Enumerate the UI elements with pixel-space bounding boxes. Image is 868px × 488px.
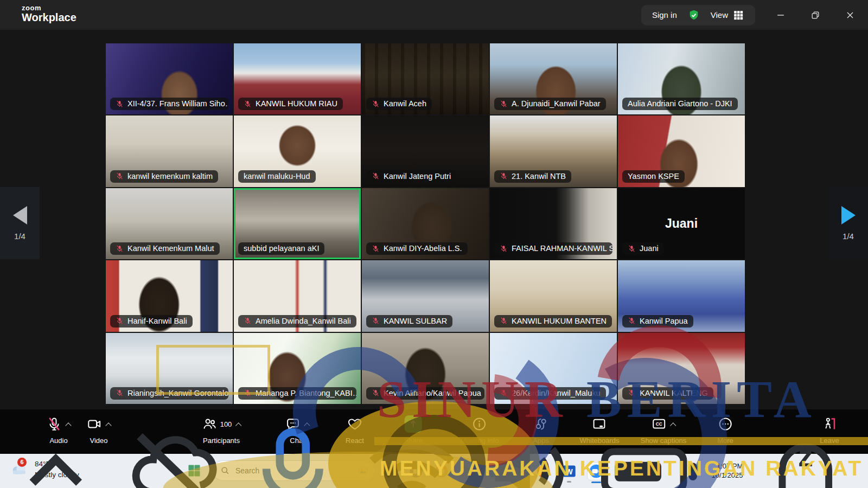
participant-tile[interactable]: KANWIL SULBAR [362,260,489,331]
participant-name: kanwil maluku-Hud [244,172,310,181]
participant-name: subbid pelayanan aKI [244,244,319,253]
mic-muted-icon [500,389,508,397]
participant-tile[interactable]: KANWIL HUKUM RIAU [234,43,361,114]
onedrive-paused-icon [119,415,231,488]
participant-tile[interactable]: kanwil kemenkum kaltim [106,115,233,187]
participant-tile[interactable]: Kanwil Kemenkum Malut [106,188,233,259]
participant-tile[interactable]: KANWIL HUKUM BANTEN [490,260,617,331]
battery-icon [593,415,705,488]
participant-tile[interactable]: Mananga P. Biantong_KABI… [234,333,361,404]
participant-tile[interactable]: FAISAL RAHMAN-KANWIL S… [490,188,617,259]
participant-name-label: A. Djunaidi_Kanwil Pabar [494,98,606,110]
volume-tray-button[interactable] [474,415,586,488]
page-indicator-left: 1/4 [14,232,25,241]
previous-page-arrow-icon [13,206,27,224]
mic-tray-tray-button[interactable] [237,415,349,488]
participant-name: kanwil kemenkum kaltim [127,172,213,181]
mic-muted-icon [244,317,252,325]
participant-name: Kanwil Kemenkum Malut [127,244,214,253]
sign-in-button[interactable]: Sign in [652,10,677,20]
close-icon [845,10,856,21]
participant-tile[interactable]: Yasmon KSPE [618,115,745,187]
participant-name: Rianingsih_Kanwil Gorontalo [127,389,228,397]
mic-muted-icon [116,245,124,253]
participant-tile[interactable]: Hanif-Kanwil Bali [106,260,233,331]
mic-muted-icon [628,389,636,397]
mic-muted-icon [500,317,508,325]
next-page-button[interactable]: 1/4 [828,187,868,259]
wifi-icon [356,415,468,488]
titlebar: zoom Workplace Sign in View [0,0,868,30]
close-button[interactable] [842,7,858,23]
participant-name: Hanif-Kanwil Bali [127,317,187,325]
participant-name: KANWIL HUKUM BANTEN [512,317,607,325]
participant-name-label: kanwil maluku-Hud [238,170,316,183]
minimize-icon [775,10,786,21]
mic-muted-icon [500,172,508,180]
participant-name-label: Kanwil Papua [622,315,693,328]
mic-muted-icon [372,389,380,397]
participant-name-label: Mananga P. Biantong_KABI… [238,387,356,400]
participant-name-label: Kanwil Jateng Putri [366,170,456,183]
view-label: View [711,10,728,20]
participant-tile[interactable]: JuaniJuani [618,188,745,259]
participant-name-label: 26/Kardin/Kanwil_Maluku [494,387,606,400]
shield-check-icon[interactable] [688,9,700,21]
participant-tile[interactable]: subbid pelayanan aKI [234,188,361,259]
mic-muted-icon [116,317,124,325]
participant-tile[interactable]: Kevin Alifiano/Kanwil Papua [362,333,489,404]
participant-tile[interactable]: Kanwil DIY-Abelia L.S. [362,188,489,259]
participant-name-label: Hanif-Kanwil Bali [110,315,193,328]
mic-muted-icon [372,317,380,325]
participant-tile[interactable]: Kanwil Aceh [362,43,489,114]
participant-name-label: Kanwil Kemenkum Malut [110,242,220,255]
previous-page-button[interactable]: 1/4 [0,187,40,259]
participant-tile[interactable]: A. Djunaidi_Kanwil Pabar [490,43,617,114]
onedrive-paused-tray-button[interactable] [119,415,231,488]
participant-name: Kanwil Papua [640,317,688,325]
wifi-tray-button[interactable] [356,415,468,488]
participant-tile[interactable]: XII-4/37. Frans William Siho… [106,43,233,114]
mic-muted-icon [244,389,252,397]
windows-taskbar: 6 84°F Mostly cloudy W 1:07 PM 10/1/2025… [0,454,868,488]
mic-muted-icon [244,100,252,108]
battery-tray-button[interactable] [593,415,705,488]
participant-name: Kanwil Aceh [384,99,426,108]
participant-name-label: Kevin Alifiano/Kanwil Papua [366,387,484,400]
mic-muted-icon [628,317,636,325]
svg-text:z: z [798,439,813,473]
mic-muted-icon [116,172,124,180]
participant-name-label: Rianingsih_Kanwil Gorontalo [110,387,228,400]
tray-chevron-up-tray-button[interactable] [0,415,112,488]
participant-name-label: 21. Kanwil NTB [494,170,571,183]
participant-tile[interactable]: kanwil maluku-Hud [234,115,361,187]
participant-tile[interactable]: Aulia Andriani Giartono - DJKI [618,43,745,114]
participant-name: Kanwil Jateng Putri [384,172,451,181]
participant-name: Kevin Alifiano/Kanwil Papua [384,389,481,397]
logo-zoom: zoom [22,4,76,12]
participant-tile[interactable]: Rianingsih_Kanwil Gorontalo [106,333,233,404]
view-button[interactable]: View [711,9,744,21]
notifications-bell-button[interactable]: z [750,415,861,488]
mic-tray-icon [237,415,349,488]
participant-tile[interactable]: Amelia Dwinda_Kanwil Bali [234,260,361,331]
mic-muted-icon [372,172,380,180]
participant-tile[interactable]: KANWIL KALTENG [618,333,745,404]
page-indicator-right: 1/4 [843,232,854,241]
restore-button[interactable] [807,7,824,23]
minimize-button[interactable] [773,7,789,23]
participant-tile[interactable]: 26/Kardin/Kanwil_Maluku [490,333,617,404]
participant-tile[interactable]: Kanwil Papua [618,260,745,331]
taskbar-clock[interactable]: 1:07 PM 10/1/2025 [712,462,743,480]
mic-muted-icon [116,100,124,108]
mic-muted-icon [116,389,124,397]
participant-tile[interactable]: 21. Kanwil NTB [490,115,617,187]
participant-tile[interactable]: Kanwil Jateng Putri [362,115,489,187]
next-page-arrow-icon [841,206,856,224]
participant-name-label: Kanwil Aceh [366,98,432,110]
more-button[interactable]: More [717,414,733,445]
participant-name: 21. Kanwil NTB [512,172,566,181]
participant-name-label: KANWIL KALTENG [622,387,713,400]
mic-muted-icon [500,245,508,253]
participant-name-label: KANWIL HUKUM BANTEN [494,315,612,328]
